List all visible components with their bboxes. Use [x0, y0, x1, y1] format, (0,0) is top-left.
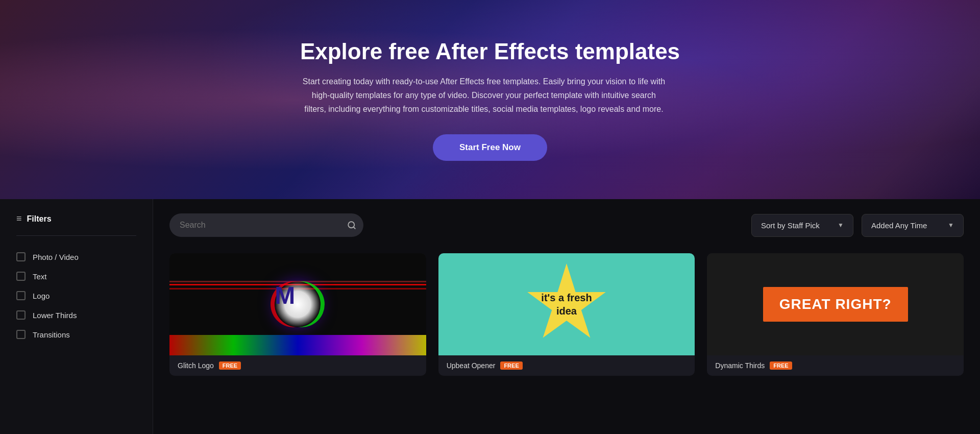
time-label: Added Any Time	[871, 221, 927, 230]
filter-checkbox-transitions[interactable]	[16, 330, 26, 339]
hero-title: Explore free After Effects templates	[300, 38, 680, 65]
sidebar: ≡ Filters Photo / Video Text Logo Lower …	[0, 199, 153, 434]
fresh-idea-text: it's a fresh idea	[541, 291, 592, 318]
text-line1: it's a fresh	[541, 292, 592, 303]
filters-header: ≡ Filters	[16, 213, 136, 224]
template-name-upbeat: Upbeat Opener	[447, 361, 496, 370]
glitch-effect: M	[169, 253, 426, 355]
great-right-banner: GREAT RIGHT?	[763, 287, 908, 322]
glitch-stripes	[169, 335, 426, 355]
time-dropdown[interactable]: Added Any Time ▼	[862, 214, 964, 237]
main-content: ≡ Filters Photo / Video Text Logo Lower …	[0, 199, 980, 434]
filter-checkbox-photo-video[interactable]	[16, 252, 26, 261]
hero-content: Explore free After Effects templates Sta…	[300, 38, 680, 161]
filter-label-text[interactable]: Text	[33, 272, 47, 281]
template-card-dynamic-thirds[interactable]: GREAT RIGHT? Dynamic Thirds FREE	[707, 253, 964, 376]
search-icon	[347, 221, 356, 230]
template-name-glitch: Glitch Logo	[178, 361, 214, 370]
chevron-down-icon: ▼	[838, 222, 844, 229]
hero-subtitle: Start creating today with ready-to-use A…	[300, 75, 668, 116]
free-badge-upbeat: FREE	[500, 361, 522, 370]
filter-label-logo[interactable]: Logo	[33, 292, 50, 300]
glitch-circle: M	[275, 281, 321, 327]
controls-bar: Sort by Staff Pick ▼ Added Any Time ▼	[169, 213, 964, 237]
text-line2: idea	[556, 305, 577, 317]
template-card-glitch-logo[interactable]: M Glitch Logo FREE	[169, 253, 426, 376]
search-input[interactable]	[169, 213, 363, 237]
hero-section: Explore free After Effects templates Sta…	[0, 0, 980, 199]
free-badge-dynamic: FREE	[770, 361, 792, 370]
svg-line-1	[353, 227, 355, 228]
star-burst: it's a fresh idea	[526, 263, 607, 345]
filter-item-text[interactable]: Text	[16, 267, 136, 286]
free-badge-glitch: FREE	[219, 361, 241, 370]
content-area: Sort by Staff Pick ▼ Added Any Time ▼ M	[153, 199, 980, 434]
filter-checkbox-logo[interactable]	[16, 291, 26, 300]
filter-label-photo-video[interactable]: Photo / Video	[33, 253, 79, 261]
filters-icon: ≡	[16, 213, 22, 224]
sort-dropdown[interactable]: Sort by Staff Pick ▼	[751, 214, 853, 237]
template-name-dynamic: Dynamic Thirds	[715, 361, 765, 370]
chevron-down-icon-time: ▼	[948, 222, 954, 229]
template-footer-upbeat: Upbeat Opener FREE	[438, 355, 695, 376]
template-footer-dynamic: Dynamic Thirds FREE	[707, 355, 964, 376]
filter-checkbox-text[interactable]	[16, 272, 26, 281]
great-right-text: GREAT RIGHT?	[779, 296, 892, 312]
templates-grid: M Glitch Logo FREE it's a fresh i	[169, 253, 964, 376]
sidebar-divider	[16, 235, 136, 236]
thumbnail-glitch-logo: M	[169, 253, 426, 355]
filter-item-transitions[interactable]: Transitions	[16, 325, 136, 344]
thumbnail-dynamic-thirds: GREAT RIGHT?	[707, 253, 964, 355]
start-free-button[interactable]: Start Free Now	[433, 134, 547, 161]
glitch-letter: M	[275, 281, 295, 309]
filter-label-lower-thirds[interactable]: Lower Thirds	[33, 311, 77, 320]
template-footer-glitch: Glitch Logo FREE	[169, 355, 426, 376]
sort-label: Sort by Staff Pick	[761, 221, 820, 230]
thumbnail-upbeat-opener: it's a fresh idea	[438, 253, 695, 355]
search-container	[169, 213, 363, 237]
filter-label-transitions[interactable]: Transitions	[33, 330, 70, 339]
filter-item-lower-thirds[interactable]: Lower Thirds	[16, 305, 136, 325]
filter-item-photo-video[interactable]: Photo / Video	[16, 247, 136, 267]
filters-title: Filters	[27, 214, 52, 224]
search-button[interactable]	[347, 221, 356, 230]
template-card-upbeat-opener[interactable]: it's a fresh idea Upbeat Opener FREE	[438, 253, 695, 376]
filter-checkbox-lower-thirds[interactable]	[16, 310, 26, 320]
filter-item-logo[interactable]: Logo	[16, 286, 136, 305]
